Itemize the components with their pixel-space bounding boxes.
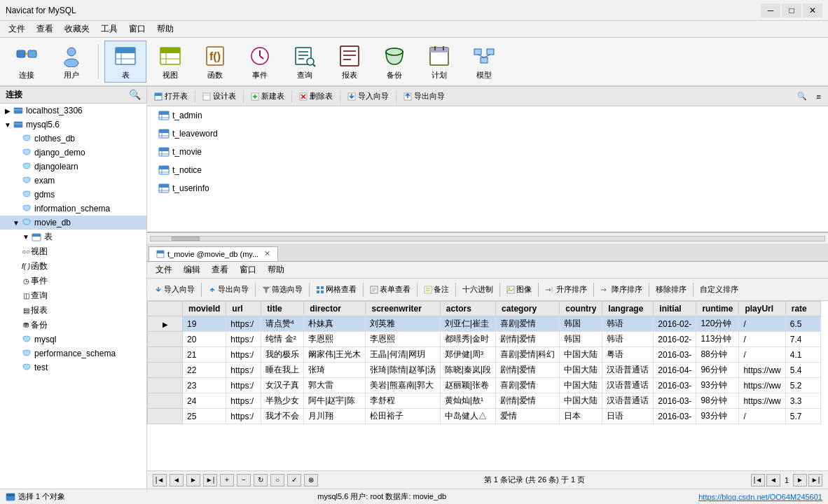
cell-title[interactable]: 睡在我上 [261, 363, 304, 378]
table-list-item[interactable]: t_movie [147, 143, 828, 161]
minimize-button[interactable]: ─ [761, 4, 780, 18]
cell-category[interactable]: 剧情|爱情 [496, 363, 560, 378]
cell-director[interactable]: 月川翔 [304, 409, 366, 424]
cell-langrage[interactable]: 韩语 [602, 332, 654, 347]
cell-category[interactable]: 喜剧|爱情|科幻 [496, 347, 560, 363]
sidebar-item-localhost[interactable]: ▶ localhost_3306 [0, 104, 146, 118]
cell-country[interactable]: 韩国 [560, 316, 602, 332]
col-initial[interactable]: initial [654, 302, 696, 316]
cell-movieId[interactable]: 22 [183, 363, 226, 378]
col-playurl[interactable]: playUrl [739, 302, 785, 316]
cell-category[interactable]: 喜剧|爱情 [496, 378, 560, 393]
cell-rate[interactable]: 5.4 [785, 363, 820, 378]
cell-rate[interactable]: 3.3 [785, 393, 820, 409]
sidebar-item-clothes-db[interactable]: clothes_db [0, 132, 146, 146]
cell-url[interactable]: https:/ [226, 347, 261, 363]
query-button[interactable]: 查询 [284, 41, 326, 83]
hscroll-track[interactable] [150, 236, 825, 241]
cell-playUrl[interactable]: https://ww [739, 363, 785, 378]
cell-movieId[interactable]: 21 [183, 347, 226, 363]
cell-country[interactable]: 中国大陆 [560, 393, 602, 409]
cell-playUrl[interactable]: / [739, 316, 785, 332]
cell-title[interactable]: 女汉子真 [261, 378, 304, 393]
nav-apply-button[interactable]: ✓ [287, 474, 301, 486]
table-row[interactable]: ▶19https:/请点赞⁴朴妹真刘英雅刘亚仁|崔圭喜剧|爱情韩国韩语2016-… [148, 316, 821, 332]
col-title[interactable]: title [261, 302, 304, 316]
qt-note-button[interactable]: 备注 [420, 282, 453, 297]
cell-title[interactable]: 请点赞⁴ [261, 316, 304, 332]
sidebar-item-exam[interactable]: exam [0, 174, 146, 188]
import-wizard-button[interactable]: 导入向导 [343, 90, 393, 103]
cell-actors[interactable]: 中岛健人△ [440, 409, 495, 424]
table-row[interactable]: 20https:/纯情 金²李恩熙李恩熙都暻秀|金时剧情|爱情韩国韩语2016-… [148, 332, 821, 347]
cell-title[interactable]: 纯情 金² [261, 332, 304, 347]
menu-tools[interactable]: 工具 [95, 22, 123, 36]
tab-close-button[interactable]: ✕ [264, 249, 270, 258]
sidebar-item-func-node[interactable]: f( ) 函数 [0, 259, 146, 274]
qt-form-button[interactable]: 表单查看 [366, 282, 415, 297]
maximize-button[interactable]: □ [782, 4, 801, 18]
table-list-item[interactable]: t_notice [147, 161, 828, 179]
page-first-button[interactable]: |◄ [751, 474, 765, 486]
tab-menu-view[interactable]: 查看 [209, 262, 231, 277]
cell-initial[interactable]: 2016-02- [654, 332, 696, 347]
cell-initial[interactable]: 2016-03- [654, 378, 696, 393]
cell-category[interactable]: 剧情|爱情 [496, 393, 560, 409]
close-button[interactable]: ✕ [803, 4, 822, 18]
cell-runtime[interactable]: 96分钟 [696, 363, 739, 378]
menu-help[interactable]: 帮助 [151, 22, 179, 36]
cell-country[interactable]: 中国大陆 [560, 347, 602, 363]
cell-category[interactable]: 剧情|爱情 [496, 332, 560, 347]
cell-runtime[interactable]: 120分钟 [696, 316, 739, 332]
sidebar-item-mysql56[interactable]: ▼ mysql5.6 [0, 118, 146, 132]
col-country[interactable]: country [560, 302, 602, 316]
qt-remove-sort-button[interactable]: 移除排序 [651, 282, 691, 297]
col-actors[interactable]: actors [440, 302, 495, 316]
sidebar-item-mysql[interactable]: mysql [0, 332, 146, 346]
hscroll-thumb[interactable] [172, 237, 200, 241]
more-options-button[interactable]: ≡ [813, 91, 825, 102]
new-table-button[interactable]: 新建表 [247, 90, 289, 103]
cell-runtime[interactable]: 93分钟 [696, 409, 739, 424]
tab-menu-help[interactable]: 帮助 [265, 262, 287, 277]
cell-url[interactable]: https:/ [226, 393, 261, 409]
sidebar-item-django-demo[interactable]: django_demo [0, 146, 146, 160]
cell-url[interactable]: https:/ [226, 378, 261, 393]
cell-langrage[interactable]: 粤语 [602, 347, 654, 363]
page-prev-button[interactable]: ◄ [766, 474, 780, 486]
nav-prev-button[interactable]: ◄ [170, 474, 184, 486]
export-wizard-button[interactable]: 导出向导 [399, 90, 449, 103]
col-category[interactable]: category [496, 302, 560, 316]
page-next-button[interactable]: ► [793, 474, 807, 486]
cell-screenwriter[interactable]: 美岩|熊嘉南|郭大 [366, 378, 440, 393]
cell-langrage[interactable]: 日语 [602, 409, 654, 424]
col-runtime[interactable]: runtime [696, 302, 739, 316]
table-row[interactable]: 25https:/我才不会月川翔松田裕子中岛健人△爱情日本日语2016-03-9… [148, 409, 821, 424]
tab-menu-edit[interactable]: 编辑 [181, 262, 203, 277]
tree-toggle-localhost[interactable]: ▶ [3, 107, 13, 115]
sidebar-item-djangolearn[interactable]: djangolearn [0, 160, 146, 174]
cell-runtime[interactable]: 113分钟 [696, 332, 739, 347]
cell-runtime[interactable]: 88分钟 [696, 347, 739, 363]
cell-playUrl[interactable]: / [739, 332, 785, 347]
cell-category[interactable]: 爱情 [496, 409, 560, 424]
sidebar-item-backup-node[interactable]: ⛃ 备份 [0, 318, 146, 332]
table-list-item[interactable]: t_leaveword [147, 125, 828, 143]
cell-director[interactable]: 张琦 [304, 363, 366, 378]
qt-custom-sort-button[interactable]: 自定义排序 [696, 282, 743, 297]
cell-initial[interactable]: 2016-04- [654, 363, 696, 378]
sidebar-item-info-schema[interactable]: information_schema [0, 202, 146, 216]
qt-grid-button[interactable]: 网格查看 [312, 282, 361, 297]
cell-country[interactable]: 韩国 [560, 332, 602, 347]
table-row[interactable]: 22https:/睡在我上张琦张琦|陈情|赵筝|汤陈晓|秦岚|段剧情|爱情中国大… [148, 363, 821, 378]
cell-playUrl[interactable]: / [739, 409, 785, 424]
menu-view[interactable]: 查看 [31, 22, 59, 36]
table-row[interactable]: 21https:/我的极乐阚家伟|王光木王晶|何清|网玥郑伊健|周³喜剧|爱情|… [148, 347, 821, 363]
col-rate[interactable]: rate [785, 302, 820, 316]
menu-favorites[interactable]: 收藏夹 [59, 22, 95, 36]
cell-langrage[interactable]: 汉语普通话 [602, 393, 654, 409]
tree-toggle-movie-db[interactable]: ▼ [11, 219, 21, 227]
qt-export-button[interactable]: 导出向导 [204, 282, 253, 297]
nav-refresh-button[interactable]: ↻ [254, 474, 268, 486]
nav-first-button[interactable]: |◄ [153, 474, 167, 486]
